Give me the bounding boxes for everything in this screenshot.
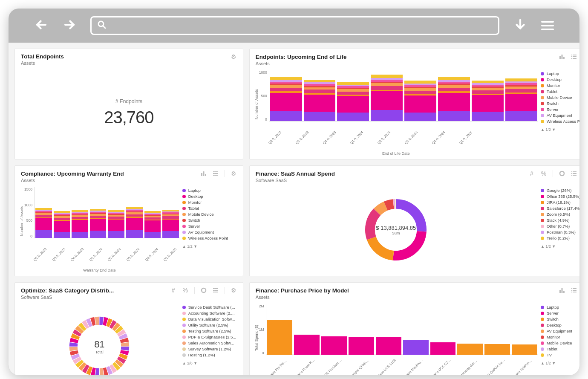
legend-item[interactable]: Salesforce (17.4%) [541, 206, 579, 211]
bar-chart-icon[interactable] [201, 171, 207, 176]
legend-pager[interactable]: ▲ 1/2 ▼ [541, 361, 579, 365]
address-bar[interactable] [90, 16, 499, 35]
legend-dot-icon [541, 189, 544, 192]
legend-item[interactable]: Google (26%) [541, 188, 579, 193]
legend-item[interactable]: Wireless Access Point [182, 236, 239, 240]
legend-item[interactable]: Mobile Device [541, 95, 579, 100]
legend-dot-icon [541, 312, 544, 315]
legend-item[interactable]: Utility Software (2.5%) [182, 323, 239, 327]
legend-label: Switch [547, 317, 559, 321]
legend-item[interactable]: Service Desk Software (... [182, 305, 239, 310]
legend-dot-icon [182, 213, 186, 216]
legend-item[interactable]: Hosting (1.2%) [182, 353, 239, 357]
legend-item[interactable]: Server [541, 107, 579, 112]
list-view-icon[interactable] [213, 171, 219, 176]
legend-pager[interactable]: ▲ 1/2 ▼ [541, 127, 579, 132]
svg-rect-106 [573, 290, 576, 291]
gear-icon[interactable]: ⚙ [231, 171, 237, 176]
bar-chart-icon[interactable] [559, 54, 565, 60]
legend-item[interactable]: Laptop [541, 305, 579, 310]
legend-item[interactable]: Monitor [541, 335, 579, 339]
donut-icon[interactable] [201, 287, 207, 293]
legend-item[interactable]: Server [541, 311, 579, 315]
donut-chart: $ 13,881,894.85 Sum [254, 187, 538, 272]
list-view-icon[interactable] [213, 287, 219, 293]
legend-item[interactable]: Sales Automation Softw... [182, 341, 239, 345]
legend-item[interactable]: Other (0.7%) [541, 224, 579, 229]
legend-item[interactable]: Switch [182, 218, 239, 223]
list-view-icon[interactable] [571, 171, 577, 176]
legend-item[interactable]: Laptop [541, 71, 579, 76]
legend-item[interactable]: Accounting Software (2.... [182, 311, 239, 315]
legend-item[interactable]: Desktop [541, 323, 579, 327]
gear-icon[interactable]: ⚙ [231, 54, 237, 60]
kpi-value: 23,760 [104, 108, 153, 127]
legend-dot-icon [541, 114, 544, 117]
legend-item[interactable]: AV Equipment [541, 329, 579, 333]
forward-button[interactable] [62, 17, 77, 34]
legend-item[interactable]: Survey Software (1.2%) [182, 347, 239, 351]
number-icon[interactable]: # [529, 171, 535, 176]
legend-item[interactable]: Laptop [182, 188, 239, 193]
legend-item[interactable]: Server [182, 224, 239, 229]
legend-item[interactable]: TV [541, 353, 579, 357]
legend-dot-icon [182, 312, 186, 315]
legend-label: Postman (0.3%) [547, 230, 576, 234]
download-button[interactable] [513, 17, 527, 34]
legend-item[interactable]: Office 365 (25.5%) [541, 194, 579, 199]
list-view-icon[interactable] [571, 54, 577, 60]
legend-item[interactable]: Postman (0.3%) [541, 230, 579, 234]
percent-icon[interactable]: % [182, 287, 188, 293]
legend-item[interactable]: Switch [541, 317, 579, 321]
legend-item[interactable]: Wireless Access Point [541, 119, 579, 124]
legend-item[interactable]: Switch [541, 101, 579, 106]
back-button[interactable] [34, 17, 49, 34]
donut-center-label: Sum [376, 231, 416, 235]
legend-pager[interactable]: ▲ 1/2 ▼ [182, 244, 239, 249]
legend-dot-icon [182, 341, 186, 345]
legend-item[interactable]: Desktop [182, 194, 239, 199]
legend-item[interactable]: Monitor [541, 83, 579, 88]
svg-rect-22 [213, 171, 214, 172]
legend-item[interactable]: Mobile Device [541, 341, 579, 345]
bar-chart-icon[interactable] [559, 287, 565, 293]
legend-label: Tablet [547, 89, 557, 94]
legend: Service Desk Software (...Accounting Sof… [182, 304, 239, 375]
kpi: # Endpoints 23,760 [19, 70, 239, 156]
legend-item[interactable]: Trello (0.2%) [541, 236, 579, 240]
legend-item[interactable]: Testing Software (2.5%) [182, 329, 239, 333]
gear-icon[interactable]: ⚙ [231, 287, 237, 293]
legend-item[interactable]: Mobile Device [182, 212, 239, 217]
legend-item[interactable]: PDF & E-Signatures (2.5... [182, 335, 239, 339]
legend-item[interactable]: Tablet [541, 89, 579, 94]
svg-rect-19 [201, 173, 202, 176]
legend-item[interactable]: Tablet [541, 347, 579, 351]
legend-label: TV [547, 353, 552, 357]
legend-item[interactable]: AV Equipment [182, 230, 239, 234]
menu-button[interactable] [541, 21, 554, 30]
panel-subtitle: Software SaaS [15, 295, 243, 302]
svg-rect-4 [571, 55, 572, 55]
percent-icon[interactable]: % [541, 171, 547, 176]
number-icon[interactable]: # [170, 287, 176, 293]
panel-total-endpoints: Total Endpoints ⚙ Assets # Endpoints 23,… [14, 49, 243, 159]
legend-pager[interactable]: ▲ 1/2 ▼ [541, 244, 579, 249]
kpi-label: # Endpoints [115, 98, 142, 104]
legend-pager[interactable]: ▲ 2/6 ▼ [182, 361, 239, 365]
legend-item[interactable]: JIRA (18.1%) [541, 200, 579, 205]
legend-item[interactable]: Data Visualization Softw... [182, 317, 239, 321]
legend-item[interactable]: Desktop [541, 77, 579, 82]
legend-item[interactable]: Monitor [182, 200, 239, 205]
address-input[interactable] [107, 21, 493, 30]
legend-item[interactable]: Slack (4.9%) [541, 218, 579, 223]
legend-dot-icon [182, 324, 186, 327]
donut-icon[interactable] [559, 171, 565, 176]
legend-label: Service Desk Software (... [188, 305, 235, 310]
legend-item[interactable]: AV Equipment [541, 113, 579, 118]
list-view-icon[interactable] [571, 287, 577, 293]
legend-label: Survey Software (1.2%) [188, 347, 231, 351]
legend-label: Server [547, 107, 559, 112]
legend-label: Laptop [188, 188, 201, 193]
legend-item[interactable]: Tablet [182, 206, 239, 211]
legend-item[interactable]: Zoom (6.5%) [541, 212, 579, 217]
